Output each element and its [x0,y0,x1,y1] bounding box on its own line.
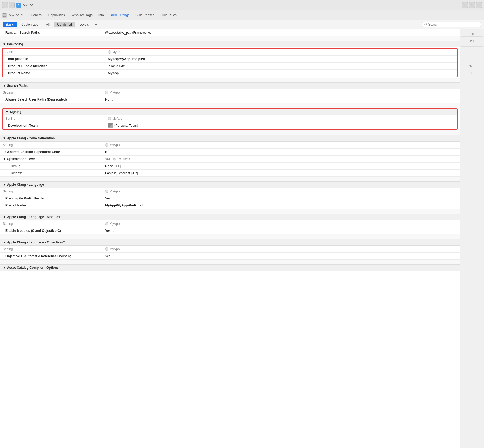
target-circle [108,50,111,54]
packaging-red-box: Setting MyApp Info.plist File MyApp/MyAp… [2,48,458,77]
debug-value: None [-O0] ⌄ [103,163,460,169]
bundle-id-value: io.ionic.cxtx [105,63,457,69]
right-panel-text-label: Text [462,65,482,68]
nav-forward-button[interactable]: › [9,2,15,8]
dev-team-name: Development Team [3,123,105,129]
svg-rect-1 [4,14,4,15]
searchpaths-arrow: ▼ [3,84,6,88]
subtab-customized[interactable]: Customized [18,22,42,27]
searchpaths-setting-header: Setting MyApp [0,89,460,96]
searchpaths-setting-col: Setting [0,89,103,95]
dev-team-row: Development Team (Personal Team) ⌄ [3,122,457,129]
clang-codegen-target-value: MyApp [105,143,457,147]
right-panel: Proj Pro Text In [460,29,484,448]
product-name-row: Product Name MyApp [3,70,457,77]
packaging-header: ▼ Packaging [0,41,460,47]
signing-label: Signing [10,110,22,114]
subtab-combined[interactable]: Combined [54,22,75,27]
nav-back-button[interactable]: ‹ [2,2,8,8]
search-input[interactable] [428,23,479,26]
clang-modules-target-circle [105,222,108,225]
searchpaths-header: ▼ Search Paths [0,82,460,89]
clang-codegen-target-circle [105,143,108,147]
signing-target-circle [108,117,111,120]
debug-name: Debug [0,163,103,169]
signing-red-box: ▼ Signing Setting MyApp Development Team [2,108,458,130]
infoplist-name: Info.plist File [3,56,105,62]
content-area: Runpath Search Paths @executable_path/Fr… [0,29,460,448]
infoplist-value: MyApp/MyApp-Info.plist [105,56,457,62]
precompile-row: Precompile Prefix Header Yes ⌄ [0,195,460,202]
clang-codegen-setting-header: Setting MyApp [0,142,460,149]
packaging-arrow: ▼ [3,42,6,46]
clang-objc-arrow: ▼ [3,240,6,244]
clang-modules-target-value: MyApp [105,222,457,226]
right-panel-in-label: In [461,71,483,75]
gen-position-value: No ⌄ [103,149,460,155]
infoplist-row: Info.plist File MyApp/MyApp-Info.plist [3,56,457,63]
clang-codegen-arrow: ▼ [3,136,6,140]
subtab-levels[interactable]: Levels [76,22,92,27]
runpath-row: Runpath Search Paths @executable_path/Fr… [0,29,460,36]
signing-setting-header: Setting MyApp [3,115,457,122]
product-name-value: MyApp [105,70,457,76]
clang-objc-target-value: MyApp [105,247,457,251]
forward-button2[interactable]: › [476,2,482,8]
team-stepper: ⌄ [141,124,143,127]
title-text: MyApp [23,3,33,7]
arc-row: Objective-C Automatic Reference Counting… [0,253,460,260]
arc-name: Objective-C Automatic Reference Counting [0,253,103,259]
arc-value: Yes ⌄ [103,253,460,259]
warning-button[interactable]: ⚠ [469,2,475,8]
clang-codegen-setting-col: Setting [0,142,103,148]
tab-build-rules[interactable]: Build Rules [158,12,179,18]
always-search-value: No ⌄ [103,97,460,102]
clang-objc-setting-col: Setting [0,246,103,252]
packaging-target-col: MyApp [105,49,457,55]
asset-catalog-header: ▼ Asset Catalog Compiler - Options [0,264,460,271]
clang-lang-target-value: MyApp [105,189,457,193]
search-bar [422,22,481,27]
precompile-value: Yes ⌄ [103,195,460,201]
prefix-header-row: Prefix Header MyApp/MyApp-Prefix.pch [0,202,460,209]
team-name: (Personal Team) [114,124,138,127]
right-panel-proj-section: Proj [461,31,483,37]
signing-arrow: ▼ [5,110,9,114]
enable-modules-name: Enable Modules (C and Objective-C) [0,228,103,234]
project-icon [2,13,7,18]
signing-target-col: MyApp [105,116,457,122]
clang-lang-arrow: ▼ [3,183,6,187]
tab-build-phases[interactable]: Build Phases [133,12,157,18]
project-name-label: MyApp ◇ [9,13,23,17]
always-search-name: Always Search User Paths (Deprecated) [0,97,103,102]
add-setting-button[interactable]: + [93,22,99,27]
related-items-button[interactable]: ‹ [462,2,468,8]
team-value-container: (Personal Team) ⌄ [108,123,454,128]
tab-general[interactable]: General [28,12,45,18]
clang-objc-setting-header: Setting MyApp [0,246,460,253]
packaging-target-value: MyApp [108,50,454,54]
tab-info[interactable]: Info [96,12,107,18]
bundle-id-row: Product Bundle Identifier io.ionic.cxtx [3,63,457,70]
clang-codegen-label: Apple Clang - Code Generation [7,136,55,140]
enable-modules-value: Yes ⌄ [103,228,460,234]
opt-level-name: ▼ Optimization Level [0,156,103,162]
release-row: Release Fastest, Smallest [-Os] ⌄ [0,170,460,177]
signing-target-value: MyApp [108,117,454,120]
clang-codegen-target-col: MyApp [103,142,460,148]
tab-resource-tags[interactable]: Resource Tags [68,12,95,18]
right-panel-proj-label: Proj [462,32,482,35]
tab-capabilities[interactable]: Capabilities [46,12,68,18]
signing-header: ▼ Signing [3,109,457,115]
signing-setting-col: Setting [3,116,105,122]
svg-rect-0 [3,13,6,17]
release-name: Release [0,170,103,176]
subtab-all[interactable]: All [43,22,53,27]
packaging-label: Packaging [7,42,23,46]
subtab-basic[interactable]: Basic [3,22,17,27]
right-panel-pro-label: Pro [461,39,483,43]
searchpaths-target-circle [105,91,108,94]
search-icon [424,23,427,26]
tab-build-settings[interactable]: Build Settings [107,12,132,18]
clang-modules-header: ▼ Apple Clang - Language - Modules [0,214,460,220]
